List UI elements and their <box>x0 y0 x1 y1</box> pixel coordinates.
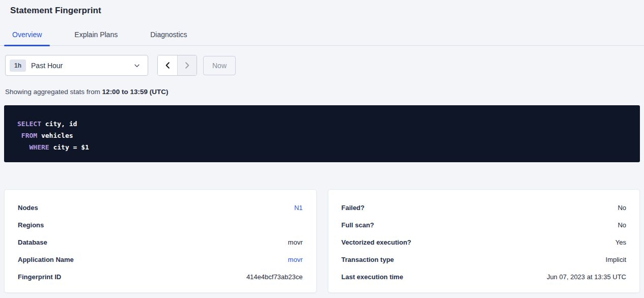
time-range-badge: 1h <box>10 59 26 72</box>
summary-label: Regions <box>18 221 44 229</box>
nodes-link[interactable]: N1 <box>294 204 303 212</box>
summary-row-transaction-type: Transaction type Implicit <box>342 251 627 268</box>
summary-row-nodes: Nodes N1 <box>18 199 303 216</box>
sql-line: SELECT city, id <box>17 118 630 130</box>
execution-attributes-card: Failed? No Full scan? No Vectorized exec… <box>328 189 640 293</box>
summary-label: Database <box>18 239 47 246</box>
sql-statement-box: SELECT city, id FROM vehicles WHERE city… <box>4 105 640 162</box>
statement-details-card: Nodes N1 Regions Database movr Applicati… <box>4 189 317 293</box>
summary-row-last-execution: Last execution time Jun 07, 2023 at 13:3… <box>342 268 627 285</box>
summary-cards: Nodes N1 Regions Database movr Applicati… <box>4 189 640 293</box>
now-button[interactable]: Now <box>203 56 236 75</box>
chevron-right-icon <box>183 62 191 69</box>
summary-label: Failed? <box>342 204 365 212</box>
summary-label: Fingerprint ID <box>18 273 61 281</box>
summary-row-database: Database movr <box>18 233 303 251</box>
summary-label: Full scan? <box>342 221 374 229</box>
sql-keyword: FROM <box>21 132 37 139</box>
stats-range: 12:00 to 13:59 (UTC) <box>102 88 169 96</box>
sql-text: vehicles <box>37 132 73 139</box>
sql-text: city, id <box>41 120 77 128</box>
summary-value: 414e4bcf73ab23ce <box>246 273 303 281</box>
application-name-link[interactable]: movr <box>288 256 303 263</box>
summary-label: Vectorized execution? <box>342 239 411 246</box>
summary-label: Application Name <box>18 256 74 263</box>
summary-value: Yes <box>615 239 626 246</box>
sql-line: WHERE city = $1 <box>17 141 630 153</box>
sql-indent <box>17 132 21 139</box>
summary-value: Jun 07, 2023 at 13:35 UTC <box>547 273 626 281</box>
summary-label: Transaction type <box>342 256 394 263</box>
summary-row-regions: Regions <box>18 216 303 233</box>
page-title: Statement Fingerprint <box>0 0 644 16</box>
summary-label: Nodes <box>18 204 38 212</box>
summary-value: No <box>618 204 626 212</box>
summary-row-failed: Failed? No <box>342 199 627 216</box>
chevron-down-icon <box>133 62 141 69</box>
time-range-selected: Past Hour <box>31 62 133 70</box>
summary-value: movr <box>288 239 303 246</box>
sql-keyword: WHERE <box>29 143 49 151</box>
aggregated-stats-line: Showing aggregated stats from 12:00 to 1… <box>5 88 644 96</box>
tab-bar: Overview Explain Plans Diagnostics <box>0 26 644 46</box>
tab-diagnostics[interactable]: Diagnostics <box>142 26 195 45</box>
sql-indent <box>17 143 29 151</box>
sql-line: FROM vehicles <box>17 130 630 141</box>
summary-row-fingerprint-id: Fingerprint ID 414e4bcf73ab23ce <box>18 268 303 285</box>
sql-keyword: SELECT <box>17 120 41 128</box>
summary-label: Last execution time <box>342 273 403 281</box>
summary-row-vectorized: Vectorized execution? Yes <box>342 233 627 251</box>
tab-overview[interactable]: Overview <box>4 26 50 45</box>
statement-fingerprint-page: Statement Fingerprint Overview Explain P… <box>0 0 644 293</box>
time-range-dropdown[interactable]: 1h Past Hour <box>5 55 148 76</box>
time-range-arrows <box>157 55 197 76</box>
previous-range-button[interactable] <box>158 55 177 75</box>
stats-prefix: Showing aggregated stats from <box>5 88 102 96</box>
next-range-button[interactable] <box>177 55 197 75</box>
summary-value: No <box>618 221 626 229</box>
summary-value: Implicit <box>606 256 626 263</box>
tab-explain-plans[interactable]: Explain Plans <box>66 26 126 45</box>
summary-row-application-name: Application Name movr <box>18 251 303 268</box>
chevron-left-icon <box>164 62 172 69</box>
time-controls: 1h Past Hour Now <box>5 55 644 76</box>
sql-text: city = $1 <box>49 143 89 151</box>
summary-row-full-scan: Full scan? No <box>342 216 627 233</box>
